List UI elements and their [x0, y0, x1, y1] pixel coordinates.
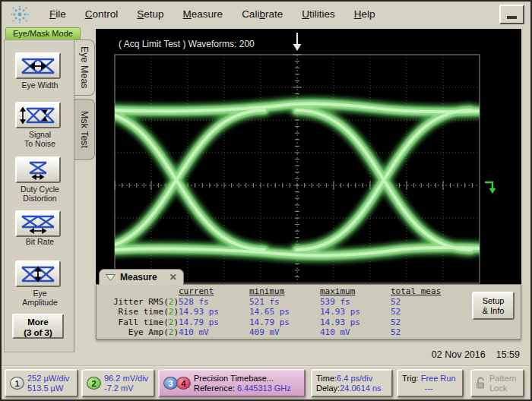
channel2-button[interactable]: 2 96.2 mV/div-7.2 mV: [81, 369, 155, 397]
duty-cycle-distortion-label: Duty CycleDistortion: [5, 185, 75, 203]
acq-status-text: ( Acq Limit Test ) Waveforms: 200: [119, 39, 255, 49]
channel2-badge: 2: [87, 377, 101, 390]
measure-row: Rise time(2) 14.93 ps 14.65 ps 14.93 ps …: [101, 307, 464, 317]
measure-row: Eye Amp(2) 410 mV 409 mV 410 mV 52: [101, 327, 464, 338]
eye-diagram-trace: [96, 104, 510, 256]
measure-panel: current minimum maximum total meas Jitte…: [96, 284, 521, 339]
waveform-display: ( Acq Limit Test ) Waveforms: 200: [96, 29, 521, 284]
bit-rate-button[interactable]: [15, 210, 61, 237]
datetime-display: 02 Nov 201615:59: [432, 349, 520, 360]
precision-timebase-button[interactable]: 3 4 Precision Timebase...Reference: 6.44…: [158, 369, 306, 397]
more-button[interactable]: More(3 of 3): [12, 314, 64, 339]
measure-table-header: current minimum maximum total meas: [101, 286, 464, 297]
duty-cycle-distortion-button[interactable]: [15, 156, 61, 183]
eye-amplitude-icon: [20, 264, 56, 284]
tab-eye-meas[interactable]: Eye Meas: [74, 39, 95, 96]
eye-width-label: Eye Width: [5, 81, 75, 90]
menu-setup[interactable]: Setup: [137, 8, 163, 20]
sidebar: Eye Width SignalTo Noise Duty Cycle: [4, 39, 74, 352]
signal-to-noise-button[interactable]: [15, 102, 61, 128]
measure-table: current minimum maximum total meas Jitte…: [101, 286, 464, 338]
menu-control[interactable]: Control: [85, 8, 119, 20]
minimize-button[interactable]: [499, 5, 524, 24]
timebase-scale-button[interactable]: Time:6.4 ps/divDelay:24.0614 ns: [311, 369, 393, 397]
menu-bar: File Control Setup Measure Calibrate Uti…: [2, 2, 530, 27]
signal-to-noise-label: SignalTo Noise: [5, 131, 75, 148]
measure-row: Fall time(2) 14.79 ps 14.79 ps 14.93 ps …: [101, 317, 464, 328]
menu-measure[interactable]: Measure: [183, 8, 223, 20]
agilent-logo: [9, 4, 30, 25]
eye-amplitude-button[interactable]: [15, 260, 61, 287]
pattern-lock-button[interactable]: PatternLock: [470, 369, 524, 397]
measure-row: Jitter RMS(2) 528 fs 521 fs 539 fs 52: [101, 297, 464, 308]
collapse-triangle-icon[interactable]: [106, 274, 116, 281]
bit-rate-icon: [20, 214, 56, 234]
menu-help[interactable]: Help: [354, 8, 375, 20]
trigger-button[interactable]: Trig: Free Run---: [397, 369, 464, 397]
menu-utilities[interactable]: Utilities: [302, 8, 335, 20]
eye-width-button[interactable]: [15, 52, 61, 79]
duty-cycle-distortion-icon: [20, 160, 56, 180]
menu-calibrate[interactable]: Calibrate: [242, 8, 283, 20]
setup-info-button[interactable]: Setup& Info: [472, 292, 515, 320]
signal-to-noise-icon: [20, 106, 56, 125]
measure-panel-title: Measure: [120, 272, 157, 283]
app-window: File Control Setup Measure Calibrate Uti…: [0, 0, 532, 401]
channel1-badge: 1: [10, 377, 24, 390]
eye-width-icon: [20, 56, 56, 76]
lock-icon: [476, 377, 486, 390]
menu-file[interactable]: File: [49, 8, 66, 20]
channel1-button[interactable]: 1 252 µW/div513.5 µW: [5, 369, 78, 397]
minimize-icon: [507, 16, 517, 19]
trigger-position-marker: [293, 33, 302, 51]
close-icon[interactable]: ✕: [169, 272, 177, 283]
tab-msk-test[interactable]: Msk Test: [74, 99, 95, 160]
eye-amplitude-label: EyeAmplitude: [5, 289, 75, 307]
measure-panel-tab[interactable]: Measure ✕: [99, 269, 184, 285]
channel4-badge: 4: [176, 377, 191, 390]
mode-label: Eye/Mask Mode: [5, 27, 81, 40]
statusbar-divider: [2, 365, 530, 367]
bit-rate-label: Bit Rate: [5, 238, 75, 247]
reference-marker-icon[interactable]: [485, 182, 496, 194]
